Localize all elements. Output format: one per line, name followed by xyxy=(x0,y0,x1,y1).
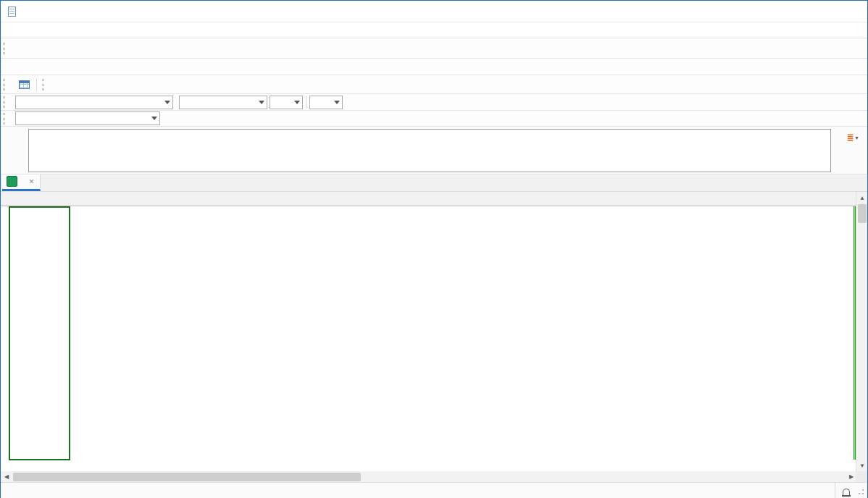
toolbar-grip[interactable] xyxy=(3,79,7,90)
status-bar xyxy=(1,483,867,498)
scroll-down-icon[interactable]: ▼ xyxy=(856,460,867,471)
chevron-down-icon xyxy=(259,101,264,104)
window-controls xyxy=(767,1,867,22)
toolbar-grip[interactable] xyxy=(3,96,7,108)
minimize-button[interactable] xyxy=(767,1,801,22)
csv-grid-icon xyxy=(19,80,30,89)
chevron-down-icon xyxy=(151,117,157,120)
horizontal-scroll-thumb[interactable] xyxy=(13,473,361,481)
vertical-scroll-thumb[interactable] xyxy=(858,204,867,223)
filter-scope-select[interactable] xyxy=(179,96,267,109)
tab-access-log[interactable]: × xyxy=(2,174,41,191)
main-toolbar xyxy=(1,38,867,59)
cell-editor[interactable] xyxy=(28,129,831,172)
column-header-row xyxy=(1,192,856,206)
app-icon xyxy=(8,7,16,17)
plugin-toolbars xyxy=(1,59,867,75)
cell-panel: ≣▾ xyxy=(1,127,867,174)
csv-file-icon xyxy=(7,176,17,187)
filter-heading-rows[interactable] xyxy=(270,96,303,109)
vertical-scrollbar[interactable]: ▲ ▼ xyxy=(856,192,867,471)
csv-toolbar xyxy=(1,75,867,94)
tab-close-icon[interactable]: × xyxy=(29,177,34,187)
csv-grid: ▲ ▼ xyxy=(1,192,867,471)
toolbar-grip[interactable] xyxy=(3,43,7,54)
tab-bar: × xyxy=(1,174,867,192)
scrollbar-corner xyxy=(856,471,867,483)
filter-column-count[interactable] xyxy=(309,96,343,109)
separator xyxy=(306,96,306,109)
search-toolbar xyxy=(1,111,867,127)
chevron-down-icon xyxy=(294,101,300,104)
chevron-down-icon xyxy=(334,101,340,104)
scroll-left-icon[interactable]: ◀ xyxy=(1,471,12,483)
title-bar xyxy=(1,1,867,22)
resize-grip[interactable] xyxy=(857,483,867,498)
cell-toolbar-menu-button[interactable]: ≣▾ xyxy=(844,130,861,145)
separator xyxy=(36,78,37,90)
notification-cell[interactable] xyxy=(835,483,857,498)
maximize-button[interactable] xyxy=(801,1,834,22)
filter-input[interactable] xyxy=(15,96,173,109)
grid-rows xyxy=(1,206,856,460)
horizontal-scrollbar[interactable]: ◀ ▶ xyxy=(1,471,867,483)
menu-bar xyxy=(1,22,867,38)
filter-toolbar xyxy=(1,94,867,111)
scroll-up-icon[interactable]: ▲ xyxy=(856,192,867,203)
chevron-down-icon xyxy=(164,101,170,104)
search-input[interactable] xyxy=(15,111,160,125)
toolbar-grip[interactable] xyxy=(42,79,46,90)
cell-toolbar-icon: ≣ xyxy=(846,133,854,142)
close-button[interactable] xyxy=(834,1,867,22)
emeditor-window: ≣▾ × ▲ ▼ ◀ ▶ xyxy=(0,0,868,498)
csv-menu-button[interactable] xyxy=(16,77,33,93)
bell-icon xyxy=(843,489,850,495)
toolbar-grip[interactable] xyxy=(3,113,7,124)
